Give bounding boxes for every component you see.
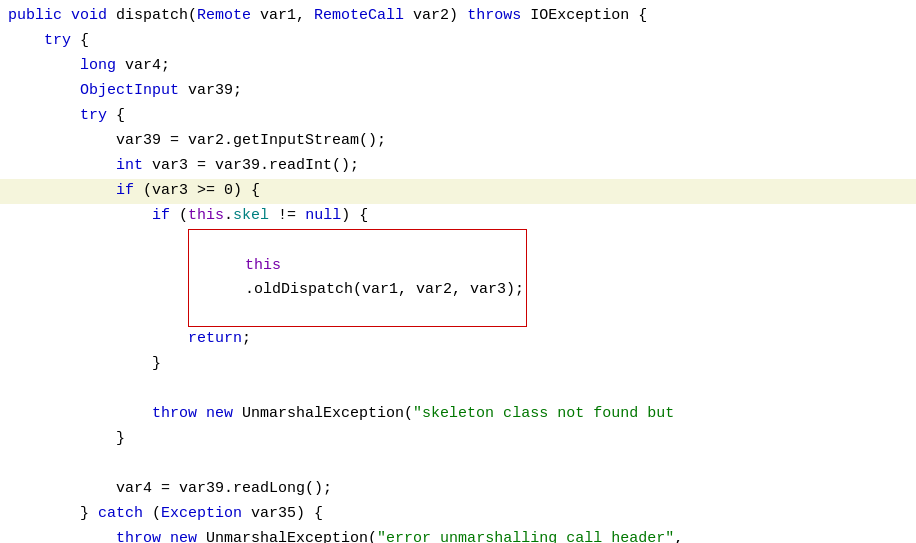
keyword-if1: if [116,179,134,203]
type-remotecall: RemoteCall [314,4,404,28]
code-line-1: public void dispatch( Remote var1, Remot… [0,4,916,29]
keyword-new2: new [170,527,197,543]
keyword-catch: catch [98,502,143,526]
type-exception: Exception [161,502,242,526]
type-objectinput: ObjectInput [80,79,179,103]
string-error: "error unmarshalling call header" [377,527,674,543]
string-skeleton: "skeleton class not found but [413,402,674,426]
keyword-long: long [80,54,116,78]
keyword-this1: this [188,204,224,228]
keyword-throw2: throw [116,527,161,543]
type-remote: Remote [197,4,251,28]
code-line-15: } [0,427,916,452]
code-line-3: long var4; [0,54,916,79]
keyword-this2: this [245,257,281,274]
keyword-throw1: throw [152,402,197,426]
keyword-throws: throws [467,4,521,28]
code-line-19: throw new UnmarshalException( "error unm… [0,527,916,543]
keyword-try2: try [80,104,107,128]
boxed-dispatch-call: this .oldDispatch(var1, var2, var3); [188,229,527,327]
keyword-new1: new [206,402,233,426]
keyword-try1: try [44,29,71,53]
code-line-17: var4 = var39.readLong(); [0,477,916,502]
code-editor: public void dispatch( Remote var1, Remot… [0,0,916,543]
field-skel: skel [233,204,269,228]
code-line-6: var39 = var2.getInputStream(); [0,129,916,154]
code-line-12: } [0,352,916,377]
code-line-2: try { [0,29,916,54]
code-line-18: } catch ( Exception var35) { [0,502,916,527]
keyword-if2: if [152,204,170,228]
keyword-return: return [188,327,242,351]
code-line-5: try { [0,104,916,129]
code-line-10: this .oldDispatch(var1, var2, var3); [0,229,916,327]
code-line-7: int var3 = var39.readInt(); [0,154,916,179]
code-line-9: if ( this . skel != null ) { [0,204,916,229]
keyword-int: int [116,154,143,178]
code-line-8: if (var3 >= 0) { [0,179,916,204]
code-line-11: return ; [0,327,916,352]
keyword-void: void [71,4,107,28]
code-line-14: throw new UnmarshalException( "skeleton … [0,402,916,427]
code-line-4: ObjectInput var39; [0,79,916,104]
code-line-16 [0,452,916,477]
code-line-13 [0,377,916,402]
keyword-public: public [8,4,62,28]
keyword-null1: null [305,204,341,228]
